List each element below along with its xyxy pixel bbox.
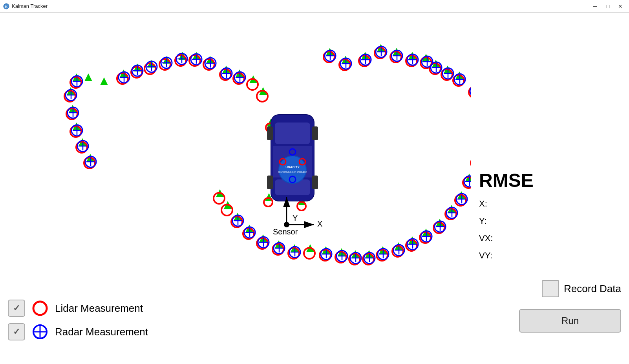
run-button[interactable]: Run [519,309,621,333]
radar-checkbox[interactable]: ✓ [8,323,25,340]
svg-text:Sensor: Sensor [273,227,298,236]
svg-point-282 [284,222,289,227]
rmse-vx-label: VX: [479,233,493,243]
rmse-section: RMSE X: Y: VX: VY: [479,170,621,264]
svg-text:UDACITY: UDACITY [285,165,300,169]
record-data-label: Record Data [564,283,621,295]
radar-label: Radar Measurement [55,326,148,338]
lidar-check-mark: ✓ [13,303,20,313]
legend-area: ✓ Lidar Measurement ✓ Radar Measurement [8,300,148,340]
rmse-values: X: Y: VX: VY: [479,195,621,264]
radar-check-mark: ✓ [13,327,20,337]
svg-text:SELF DRIVING CAR ENGINEER: SELF DRIVING CAR ENGINEER [278,171,307,173]
svg-rect-266 [275,123,310,144]
svg-marker-221 [84,73,92,81]
close-button[interactable]: ✕ [615,2,626,10]
rmse-title: RMSE [479,170,621,191]
rmse-vy-row: VY: [479,247,621,264]
lidar-label: Lidar Measurement [55,302,143,315]
svg-text:K: K [5,5,8,9]
record-data-row: Record Data [542,280,621,297]
radar-legend-item: ✓ Radar Measurement [8,323,148,340]
lidar-legend-item: ✓ Lidar Measurement [8,300,148,317]
title-bar: K Kalman Tracker ─ □ ✕ [0,0,629,13]
lidar-checkbox[interactable]: ✓ [8,300,25,317]
record-data-checkbox[interactable] [542,280,559,297]
app-icon: K [3,3,9,9]
svg-rect-273 [312,126,318,140]
svg-text:Y: Y [293,214,298,222]
svg-text:X: X [317,219,322,228]
maximize-button[interactable]: □ [602,2,613,10]
rmse-y-row: Y: [479,212,621,230]
svg-point-286 [33,302,47,315]
main-window: UDACITY SELF DRIVING CAR ENGINEER Y X Se… [0,13,629,364]
rmse-y-label: Y: [479,216,487,226]
svg-rect-275 [312,176,318,189]
lidar-icon [31,300,49,317]
title-bar-title: Kalman Tracker [12,3,48,9]
title-bar-left: K Kalman Tracker [3,3,48,9]
rmse-vy-label: VY: [479,251,492,260]
svg-point-269 [279,156,306,183]
svg-rect-274 [267,176,273,189]
rmse-x-row: X: [479,195,621,212]
title-bar-controls: ─ □ ✕ [590,2,626,10]
radar-icon [31,323,49,340]
svg-marker-222 [100,77,108,85]
minimize-button[interactable]: ─ [590,2,601,10]
rmse-vx-row: VX: [479,230,621,247]
svg-rect-272 [267,126,273,140]
rmse-x-label: X: [479,199,487,209]
